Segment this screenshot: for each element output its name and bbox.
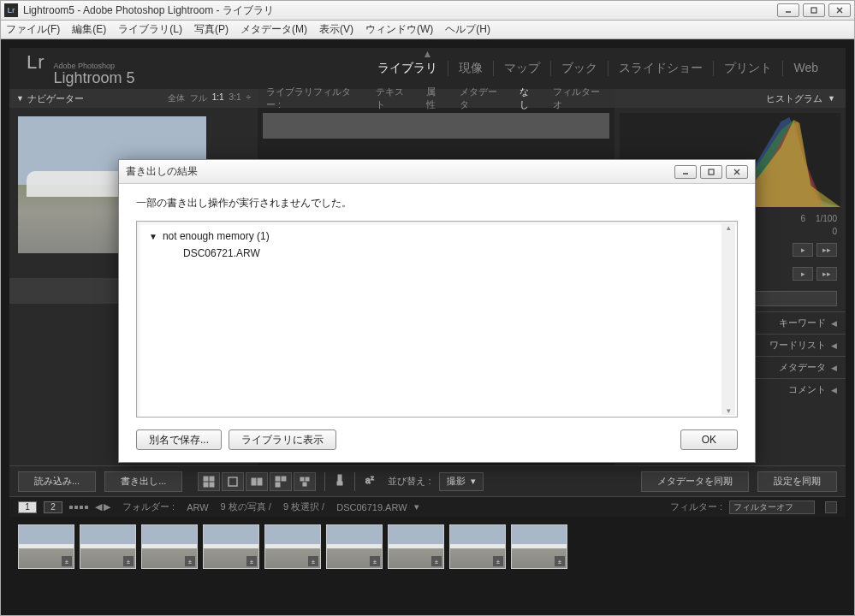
filter-off[interactable]: フィルターオ [553, 86, 606, 111]
navigator-header[interactable]: ▼ ナビゲーター 全体 フル 1:1 3:1 ÷ [9, 89, 258, 108]
save-as-button[interactable]: 別名で保存... [136, 429, 222, 450]
zoom-expand[interactable]: ÷ [246, 92, 252, 104]
screen-2-button[interactable]: 2 [44, 501, 62, 513]
tab-book[interactable]: ブック [551, 61, 609, 76]
svg-text:z: z [371, 474, 374, 482]
svg-rect-4 [204, 477, 208, 481]
view-survey-icon[interactable] [270, 472, 292, 491]
tab-library[interactable]: ライブラリ [367, 61, 448, 76]
logo-product: Lightroom 5 [54, 70, 135, 86]
quick-prev-button[interactable]: ▸ [793, 243, 813, 257]
tab-print[interactable]: プリント [714, 61, 783, 76]
badge-icon: ± [431, 556, 442, 566]
error-file[interactable]: DSC06721.ARW [183, 247, 725, 259]
crumb-folder[interactable]: ARW [187, 502, 208, 512]
thumbnail[interactable]: ± [511, 524, 567, 569]
badge-icon: ± [123, 556, 134, 566]
menu-edit[interactable]: 編集(E) [72, 22, 106, 37]
dialog-maximize-button[interactable] [700, 165, 722, 179]
svg-rect-22 [709, 169, 714, 175]
module-tabs: ライブラリ 現像 マップ ブック スライドショー プリント Web [367, 61, 828, 76]
scrollbar[interactable] [721, 223, 735, 415]
thumbnail[interactable]: ± [449, 524, 506, 569]
menu-photo[interactable]: 写真(P) [194, 22, 229, 37]
dialog-title-bar[interactable]: 書き出しの結果 [119, 160, 755, 184]
quick-next-button[interactable]: ▸▸ [816, 243, 837, 257]
tab-slideshow[interactable]: スライドショー [609, 61, 714, 76]
divider [354, 472, 355, 491]
error-group[interactable]: ▼ not enough memory (1) [149, 230, 725, 242]
painter-icon[interactable] [334, 474, 346, 489]
export-button[interactable]: 書き出し... [104, 471, 182, 492]
thumbnail[interactable]: ± [264, 524, 321, 569]
view-grid-icon[interactable] [198, 472, 220, 491]
ok-button[interactable]: OK [680, 429, 738, 450]
thumbnail[interactable]: ± [203, 524, 259, 569]
grid-area[interactable] [263, 113, 609, 139]
menu-metadata[interactable]: メタデータ(M) [240, 22, 307, 37]
menu-window[interactable]: ウィンドウ(W) [365, 22, 433, 37]
view-compare-icon[interactable] [246, 472, 268, 491]
menu-library[interactable]: ライブラリ(L) [118, 22, 182, 37]
dialog-close-button[interactable] [726, 165, 748, 179]
filter-label: フィルター : [670, 500, 722, 513]
menu-file[interactable]: ファイル(F) [6, 22, 60, 37]
thumbnail[interactable]: ± [326, 524, 383, 569]
menu-view[interactable]: 表示(V) [319, 22, 353, 37]
menu-bar: ファイル(F) 編集(E) ライブラリ(L) 写真(P) メタデータ(M) 表示… [0, 21, 855, 39]
export-results-dialog: 書き出しの結果 一部の書き出し操作が実行されませんでした。 ▼ not enou… [118, 159, 756, 463]
filter-text[interactable]: テキスト [376, 86, 412, 111]
tab-web[interactable]: Web [783, 61, 828, 76]
tab-map[interactable]: マップ [494, 61, 551, 76]
filter-attr[interactable]: 属性 [426, 86, 444, 111]
crumb-chevron-icon[interactable]: ▾ [414, 501, 419, 512]
sync-metadata-button[interactable]: メタデータを同期 [641, 471, 749, 492]
zoom-1-1[interactable]: 1:1 [212, 92, 224, 104]
svg-rect-7 [210, 483, 214, 487]
minimize-button[interactable] [777, 3, 799, 17]
view-people-icon[interactable] [294, 472, 316, 491]
thumbnail[interactable]: ± [388, 524, 444, 569]
quick-prev2-button[interactable]: ▸ [793, 267, 813, 281]
sync-settings-button[interactable]: 設定を同期 [757, 471, 837, 492]
window-title: Lightroom5 - Adobe Photoshop Lightroom -… [23, 3, 777, 18]
nav-fwd-icon[interactable]: ▶ [104, 501, 110, 512]
screen-1-button[interactable]: 1 [18, 501, 37, 513]
maximize-button[interactable] [803, 3, 825, 17]
view-loupe-icon[interactable] [222, 472, 244, 491]
panel-toggle-top[interactable]: ▲ [423, 48, 433, 60]
close-button[interactable] [828, 3, 851, 17]
badge-icon: ± [246, 556, 257, 566]
zoom-3-1[interactable]: 3:1 [229, 92, 241, 104]
thumbnail[interactable]: ± [141, 524, 198, 569]
chevron-down-icon: ▾ [471, 476, 476, 487]
zoom-fit[interactable]: 全体 [168, 92, 185, 104]
zoom-fill[interactable]: フル [190, 92, 207, 104]
logo-mark: Lr [27, 51, 45, 74]
dialog-minimize-button[interactable] [674, 165, 697, 179]
grid-icon[interactable] [69, 506, 88, 509]
badge-icon: ± [62, 556, 72, 566]
tab-develop[interactable]: 現像 [448, 61, 494, 76]
error-list[interactable]: ▼ not enough memory (1) DSC06721.ARW [136, 221, 738, 418]
dialog-message: 一部の書き出し操作が実行されませんでした。 [136, 196, 738, 210]
thumbnail[interactable]: ± [80, 524, 136, 569]
import-button[interactable]: 読み込み... [18, 471, 96, 492]
thumbnail[interactable]: ± [18, 524, 74, 569]
menu-help[interactable]: ヘルプ(H) [445, 22, 490, 37]
app-icon: Lr [4, 3, 18, 17]
filter-meta[interactable]: メタデータ [460, 86, 504, 111]
hist-focal: 6 [800, 214, 805, 223]
show-in-library-button[interactable]: ライブラリに表示 [229, 429, 336, 450]
filter-none[interactable]: なし [520, 86, 537, 111]
histogram-header[interactable]: ヒストグラム ▼ [615, 89, 846, 108]
svg-rect-12 [282, 477, 286, 481]
sort-dir-icon[interactable]: az [364, 474, 376, 489]
filter-lock-icon[interactable] [825, 501, 837, 513]
nav-back-icon[interactable]: ◀ [95, 501, 102, 512]
svg-rect-15 [306, 477, 309, 481]
filter-select[interactable]: フィルターオフ [729, 500, 815, 514]
badge-icon: ± [493, 556, 503, 566]
sort-select[interactable]: 撮影▾ [439, 472, 484, 491]
quick-next2-button[interactable]: ▸▸ [816, 267, 837, 281]
